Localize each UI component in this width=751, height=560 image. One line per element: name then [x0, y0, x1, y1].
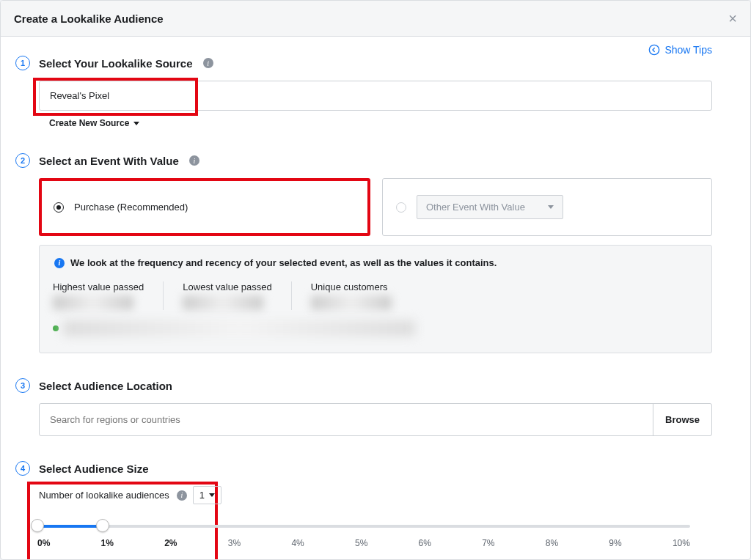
step-title: Select Audience Location [39, 380, 172, 392]
modal-titlebar: Create a Lookalike Audience × [1, 1, 750, 37]
event-info-text: We look at the frequency and recency of … [70, 257, 497, 268]
event-option-other[interactable]: Other Event With Value [382, 178, 712, 236]
chevron-down-icon [133, 122, 139, 125]
slider-tick: 6% [419, 538, 431, 548]
stat-label: Highest value passed [53, 281, 144, 292]
audience-size-slider[interactable]: 0% 1% 2% 3% 4% 5% 6% 7% 8% 9% 10% [37, 525, 690, 548]
slider-tick: 10% [673, 538, 690, 548]
step-number: 1 [15, 56, 30, 70]
chevron-down-icon [209, 493, 215, 497]
event-info-panel: i We look at the frequency and recency o… [39, 245, 712, 353]
other-event-placeholder: Other Event With Value [426, 202, 525, 213]
slider-fill [37, 525, 103, 528]
info-icon: i [54, 258, 65, 268]
slider-handle-start[interactable] [31, 519, 44, 532]
step-title: Select an Event With Value [39, 155, 179, 167]
slider-ticks: 0% 1% 2% 3% 4% 5% 6% 7% 8% 9% 10% [37, 538, 690, 548]
step-number: 2 [15, 153, 30, 168]
slider-tick: 9% [609, 538, 621, 548]
slider-handle-end[interactable] [96, 519, 109, 532]
slider-tick: 2% [164, 538, 177, 548]
create-new-label: Create New Source [49, 118, 129, 128]
step-number: 3 [15, 378, 30, 393]
info-icon[interactable]: i [189, 155, 199, 166]
show-tips-link[interactable]: Show Tips [648, 44, 712, 56]
step-source: 1 Select Your Lookalike Source i Reveal'… [39, 56, 712, 128]
step-head: 3 Select Audience Location [39, 378, 712, 393]
modal-title: Create a Lookalike Audience [14, 12, 164, 25]
slider-tick: 5% [355, 538, 367, 548]
stat-unique: Unique customers [292, 281, 411, 310]
source-input[interactable]: Reveal's Pixel [39, 81, 712, 111]
info-icon[interactable]: i [203, 58, 213, 68]
stat-highest: Highest value passed [53, 281, 164, 310]
step-title: Select Your Lookalike Source [39, 57, 193, 70]
redacted-value [183, 295, 263, 310]
event-option-purchase[interactable]: Purchase (Recommended) [39, 178, 370, 236]
slider-tick: 8% [546, 538, 558, 548]
modal-content: Show Tips 1 Select Your Lookalike Source… [1, 37, 750, 559]
step-location: 3 Select Audience Location Browse [39, 378, 712, 436]
radio-selected-icon [54, 202, 64, 213]
location-field: Browse [39, 403, 712, 436]
source-value: Reveal's Pixel [50, 90, 109, 101]
step-head: 1 Select Your Lookalike Source i [39, 56, 712, 70]
slider-track [37, 525, 690, 528]
chevron-left-circle-icon [648, 44, 660, 56]
source-field-wrap: Reveal's Pixel [39, 81, 712, 111]
slider-tick: 0% [37, 538, 50, 548]
tips-row: Show Tips [39, 44, 712, 56]
event-stats-row: Highest value passed Lowest value passed… [53, 281, 698, 310]
create-new-source-dropdown[interactable]: Create New Source [49, 118, 139, 128]
redacted-bar [63, 320, 415, 336]
info-icon[interactable]: i [177, 490, 187, 501]
other-event-select[interactable]: Other Event With Value [417, 195, 563, 219]
stat-lowest: Lowest value passed [164, 281, 291, 310]
step-number: 4 [15, 461, 30, 476]
close-icon[interactable]: × [728, 11, 737, 26]
step-event: 2 Select an Event With Value i Purchase … [39, 153, 712, 353]
redacted-value [311, 295, 392, 310]
lookalike-modal: Create a Lookalike Audience × Show Tips … [0, 0, 751, 560]
redacted-value [53, 295, 133, 310]
browse-button[interactable]: Browse [653, 404, 711, 435]
step-head: 2 Select an Event With Value i [39, 153, 712, 168]
slider-tick: 4% [291, 538, 304, 548]
status-dot-icon [53, 325, 59, 331]
event-options-row: Purchase (Recommended) Other Event With … [39, 178, 712, 236]
slider-tick: 3% [228, 538, 241, 548]
browse-label: Browse [665, 414, 700, 425]
svg-point-0 [650, 45, 659, 54]
event-option-label: Purchase (Recommended) [74, 202, 188, 213]
num-audiences-label: Number of lookalike audiences [39, 490, 169, 501]
num-audiences-row: Number of lookalike audiences i 1 [39, 486, 712, 504]
num-audiences-value: 1 [199, 490, 205, 501]
stat-bar-row [53, 320, 698, 336]
show-tips-label: Show Tips [664, 44, 712, 56]
step-title: Select Audience Size [39, 463, 149, 475]
step-head: 4 Select Audience Size [39, 461, 712, 476]
slider-tick: 7% [482, 538, 494, 548]
slider-tick: 1% [101, 538, 114, 548]
stat-label: Lowest value passed [183, 281, 271, 292]
chevron-down-icon [548, 205, 554, 209]
num-audiences-select[interactable]: 1 [193, 486, 221, 504]
radio-unselected-icon [396, 202, 406, 213]
step-size: 4 Select Audience Size Number of lookali… [39, 461, 712, 548]
stat-label: Unique customers [311, 281, 392, 292]
location-search-input[interactable] [40, 404, 653, 435]
event-info-line: i We look at the frequency and recency o… [53, 257, 698, 268]
